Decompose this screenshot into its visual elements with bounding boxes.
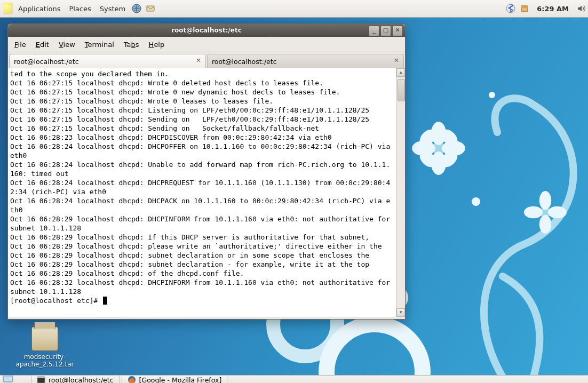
top-panel: Applications Places System 6:29 AM [0,0,588,18]
taskbar-item-label: root@localhost:/etc [49,376,114,384]
terminal-window: root@localhost:/etc _ ▢ ✕ File Edit View… [7,23,406,320]
svg-rect-23 [521,5,528,8]
firefox-icon [128,376,136,383]
bottom-taskbar: root@localhost:/etc [Google - Mozilla Fi… [0,375,588,383]
tab-label: root@localhost:/etc [14,58,79,66]
volume-icon[interactable] [575,3,587,14]
tab-label: root@localhost:/etc [212,58,277,66]
scrollbar[interactable]: ▴ ▾ [396,68,405,317]
distro-icon [1,3,13,14]
svg-point-11 [539,215,551,234]
tab-close-icon[interactable]: × [393,57,400,65]
menubar: File Edit View Terminal Tabs Help [8,37,405,52]
svg-rect-25 [3,375,13,377]
svg-point-14 [472,197,480,206]
clock[interactable]: 6:29 AM [531,5,574,13]
maximize-button[interactable]: ▢ [380,26,391,36]
browser-launcher-icon[interactable] [131,3,142,14]
titlebar[interactable]: root@localhost:/etc _ ▢ ✕ [8,24,405,37]
svg-rect-20 [147,6,154,11]
svg-point-13 [548,206,567,218]
window-title: root@localhost:/etc [8,27,405,34]
terminal-viewport[interactable]: ted to the scope you declared them in. O… [8,68,396,317]
taskbar-item-terminal[interactable]: root@localhost:/etc [31,375,120,383]
minimize-button[interactable]: _ [369,26,379,36]
menu-terminal[interactable]: Terminal [81,39,118,50]
svg-point-15 [489,92,495,98]
menu-applications[interactable]: Applications [14,0,65,17]
svg-rect-27 [37,377,45,378]
taskbar-item-firefox[interactable]: [Google - Mozilla Firefox] [122,375,228,383]
tab-strip: root@localhost:/etc × root@localhost:/et… [8,52,405,68]
menu-places[interactable]: Places [65,0,95,17]
close-button[interactable]: ✕ [392,26,403,36]
scroll-thumb[interactable] [398,79,405,101]
bluetooth-icon[interactable] [505,3,517,14]
update-icon[interactable] [519,3,530,14]
svg-point-18 [327,324,423,383]
menu-view[interactable]: View [54,39,80,50]
scroll-down-button[interactable]: ▾ [396,308,405,317]
cursor [103,297,107,305]
scroll-up-button[interactable]: ▴ [396,68,405,77]
menu-file[interactable]: File [10,39,30,50]
menu-system[interactable]: System [96,0,130,17]
menu-tabs[interactable]: Tabs [120,39,144,50]
desktop-icon-label: modsecurity- apache_2.5.12.tar [13,353,77,368]
menu-edit[interactable]: Edit [31,39,53,50]
svg-point-10 [539,191,551,210]
desktop-icon-modsecurity[interactable]: modsecurity- apache_2.5.12.tar [13,326,77,368]
menu-help[interactable]: Help [145,39,169,50]
package-icon [31,326,58,351]
tab-1[interactable]: root@localhost:/etc × [9,54,206,68]
prompt-text: [root@localhost etc]# [10,296,102,305]
mail-launcher-icon[interactable] [145,3,156,14]
tab-2[interactable]: root@localhost:/etc × [207,54,404,68]
show-desktop-icon[interactable] [2,375,15,383]
tab-close-icon[interactable]: × [195,57,202,65]
terminal-icon [37,376,45,383]
taskbar-item-label: [Google - Mozilla Firefox] [139,376,222,384]
svg-point-12 [524,206,543,218]
prompt-line[interactable]: [root@localhost etc]# [10,296,394,305]
